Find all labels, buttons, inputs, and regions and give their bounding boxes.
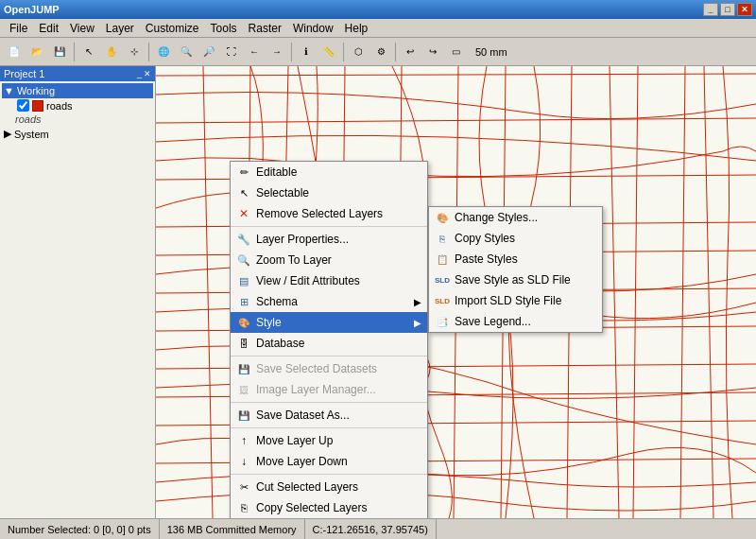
selectable-label: Selectable [256, 186, 309, 200]
menu-raster[interactable]: Raster [243, 20, 287, 37]
toolbar-hand[interactable]: ✋ [101, 42, 122, 62]
view-edit-icon: ▤ [236, 273, 251, 288]
menu-tools[interactable]: Tools [205, 20, 243, 37]
submenu-save-legend[interactable]: 📑 Save Legend... [429, 311, 602, 332]
ctx-editable[interactable]: Editable [231, 162, 427, 183]
minimize-button[interactable]: _ [703, 3, 718, 16]
toolbar-open[interactable]: 📂 [26, 42, 47, 62]
paste-styles-icon: 📋 [435, 252, 450, 267]
system-expand-icon: ▶ [4, 128, 11, 140]
toolbar-info[interactable]: ℹ [296, 42, 317, 62]
toolbar-zoom-in[interactable]: 🔍 [176, 42, 197, 62]
copy-layers-label: Copy Selected Layers [256, 501, 367, 514]
layer-panel: Project 1 _ ✕ ▼ Working roads roads ▶ [0, 66, 156, 518]
move-down-label: Move Layer Down [256, 455, 348, 468]
working-expand-icon: ▼ [4, 85, 14, 96]
menu-view[interactable]: View [64, 20, 100, 37]
close-button[interactable]: ✕ [737, 3, 752, 16]
cut-label: Cut Selected Layers [256, 480, 358, 494]
ctx-style[interactable]: 🎨 Style ▶ [231, 312, 427, 333]
zoom-to-label: Zoom To Layer [256, 253, 332, 267]
menu-help[interactable]: Help [339, 20, 374, 37]
ctx-selectable[interactable]: Selectable [231, 183, 427, 203]
save-dataset-label: Save Dataset As... [256, 409, 350, 422]
ctx-database[interactable]: 🗄 Database [231, 333, 427, 354]
ctx-save-dataset[interactable]: 💾 Save Dataset As... [231, 405, 427, 426]
paste-styles-label: Paste Styles [455, 252, 518, 266]
roads-layer-item[interactable]: roads [13, 98, 153, 113]
database-icon: 🗄 [236, 336, 251, 351]
submenu-copy-styles[interactable]: ⎘ Copy Styles [429, 228, 602, 249]
toolbar-pan-right[interactable]: → [266, 42, 287, 62]
ctx-move-down[interactable]: ↓ Move Layer Down [231, 451, 427, 472]
ctx-layer-props[interactable]: 🔧 Layer Properties... [231, 229, 427, 250]
title-bar-controls: _ □ ✕ [703, 3, 752, 16]
schema-icon: ⊞ [236, 294, 251, 309]
toolbar-settings[interactable]: ⚙ [370, 42, 391, 62]
ctx-image-layer: 🖼 Image Layer Manager... [231, 379, 427, 400]
toolbar-3d[interactable]: ⬡ [348, 42, 369, 62]
system-group[interactable]: ▶ System [2, 126, 153, 142]
toolbar-undo[interactable]: ↩ [400, 42, 421, 62]
working-group[interactable]: ▼ Working [2, 83, 153, 98]
toolbar-measure[interactable]: 📏 [318, 42, 339, 62]
roads-italic-label: roads [2, 113, 153, 126]
toolbar-sep-2 [148, 43, 149, 61]
save-legend-icon: 📑 [435, 314, 450, 329]
submenu-import-sld[interactable]: SLD Import SLD Style File [429, 290, 602, 311]
submenu-save-sld[interactable]: SLD Save Style as SLD File [429, 270, 602, 290]
ctx-view-edit[interactable]: ▤ View / Edit Attributes [231, 270, 427, 291]
toolbar-sep-1 [74, 43, 75, 61]
toolbar-save[interactable]: 💾 [49, 42, 70, 62]
change-styles-icon: 🎨 [435, 210, 450, 225]
menu-window[interactable]: Window [287, 20, 339, 37]
project-close-button[interactable]: ✕ [144, 69, 151, 78]
save-dataset-icon: 💾 [236, 408, 251, 423]
ctx-schema[interactable]: ⊞ Schema ▶ [231, 291, 427, 312]
menu-edit[interactable]: Edit [33, 20, 64, 37]
toolbar-redo[interactable]: ↪ [422, 42, 443, 62]
toolbar-pan-left[interactable]: ← [244, 42, 265, 62]
toolbar-new[interactable]: 📄 [4, 42, 25, 62]
zoom-to-icon: 🔍 [236, 252, 251, 268]
status-bar: Number Selected: 0 [0, 0] 0 pts 136 MB C… [0, 518, 756, 539]
submenu-paste-styles[interactable]: 📋 Paste Styles [429, 249, 602, 270]
move-down-icon: ↓ [236, 454, 251, 469]
ctx-zoom-to[interactable]: 🔍 Zoom To Layer [231, 250, 427, 270]
cut-icon: ✂ [236, 479, 251, 495]
ctx-sep-1 [231, 226, 427, 227]
toolbar-zoom-out[interactable]: 🔎 [198, 42, 219, 62]
change-styles-label: Change Styles... [455, 211, 538, 224]
roads-color-box [32, 100, 43, 112]
menu-layer[interactable]: Layer [100, 20, 140, 37]
menu-customize[interactable]: Customize [140, 20, 205, 37]
context-menu: Editable Selectable Remove Selected Laye… [230, 161, 428, 518]
toolbar-zoom-extent[interactable]: ⛶ [221, 42, 242, 62]
project-minimize-button[interactable]: _ [137, 69, 142, 78]
status-memory: 136 MB Committed Memory [160, 519, 305, 539]
toolbar-rect[interactable]: ▭ [445, 42, 466, 62]
map-area[interactable]: Editable Selectable Remove Selected Laye… [156, 66, 756, 518]
style-arrow: ▶ [414, 318, 421, 328]
ctx-move-up[interactable]: ↑ Move Layer Up [231, 430, 427, 451]
image-layer-label: Image Layer Manager... [256, 383, 376, 396]
toolbar-pointer[interactable]: ↖ [78, 42, 99, 62]
copy-layers-icon: ⎘ [236, 500, 251, 515]
toolbar-sep-5 [395, 43, 396, 61]
submenu-change-styles[interactable]: 🎨 Change Styles... [429, 207, 602, 228]
maximize-button[interactable]: □ [720, 3, 735, 16]
copy-styles-icon: ⎘ [435, 231, 450, 246]
ctx-remove[interactable]: Remove Selected Layers [231, 203, 427, 224]
ctx-copy-layers[interactable]: ⎘ Copy Selected Layers [231, 497, 427, 518]
status-selected: Number Selected: 0 [0, 0] 0 pts [0, 519, 160, 539]
toolbar-globe[interactable]: 🌐 [153, 42, 174, 62]
selectable-icon [236, 185, 251, 200]
toolbar-select[interactable]: ⊹ [124, 42, 145, 62]
roads-checkbox[interactable] [17, 99, 29, 112]
remove-icon [236, 206, 251, 221]
menu-file[interactable]: File [4, 20, 33, 37]
editable-icon [236, 165, 251, 180]
ctx-cut[interactable]: ✂ Cut Selected Layers [231, 477, 427, 497]
view-edit-label: View / Edit Attributes [256, 274, 360, 287]
schema-arrow: ▶ [414, 297, 421, 307]
